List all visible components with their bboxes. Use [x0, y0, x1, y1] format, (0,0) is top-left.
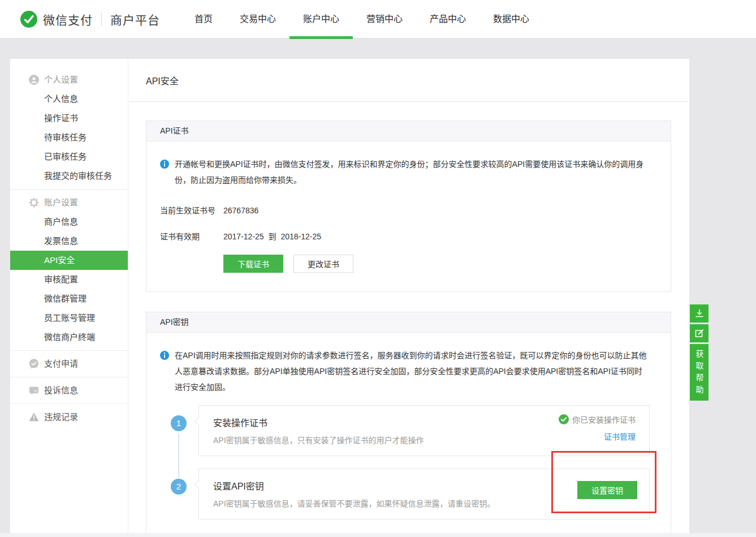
download-icon [695, 309, 704, 318]
float-edit-button[interactable] [690, 324, 709, 342]
certificate-validity-row: 证书有效期 2017-12-25 到 2018-12-25 [160, 231, 648, 242]
sidebar-header-account-settings: 账户设置 [10, 193, 128, 212]
warning-icon [29, 412, 39, 422]
step-1-status: 你已安装操作证书 [559, 414, 636, 425]
brand-name: 微信支付 [43, 11, 93, 28]
api-certificate-panel-header: API证书 [146, 121, 671, 141]
sidebar-item-operation-cert[interactable]: 操作证书 [10, 109, 128, 128]
sidebar-item-invoice-info[interactable]: 发票信息 [10, 231, 128, 251]
api-certificate-panel: API证书 开通帐号和更换API证书时，由微信支付签发，用来标识和界定你的身份；… [146, 121, 671, 292]
certificate-info-text: 开通帐号和更换API证书时，由微信支付签发，用来标识和界定你的身份；部分安全性要… [175, 156, 648, 188]
gear-icon [29, 197, 39, 208]
sidebar: 个人设置 个人信息 操作证书 待审核任务 已审核任务 我提交的审核任务 [10, 59, 128, 533]
sidebar-item-merchant-info[interactable]: 商户信息 [10, 212, 128, 231]
sidebar-item-wechat-group-mgmt[interactable]: 微信群管理 [10, 289, 128, 308]
sidebar-group-personal: 个人设置 个人信息 操作证书 待审核任务 已审核任务 我提交的审核任务 [10, 59, 128, 186]
certificate-no-label: 当前生效证书号 [160, 205, 223, 216]
change-certificate-button[interactable]: 更改证书 [293, 255, 353, 273]
page-title-text: API安全 [146, 74, 179, 87]
sidebar-link-label: 违规记录 [44, 412, 78, 422]
api-certificate-title: API证书 [160, 126, 189, 135]
certificate-buttons-row: 下载证书 更改证书 [223, 255, 648, 273]
wechat-pay-logo-icon [20, 11, 37, 28]
float-download-button[interactable] [690, 304, 709, 323]
sidebar-item-review-config[interactable]: 审核配置 [10, 270, 128, 289]
sidebar-item-pending-review[interactable]: 待审核任务 [10, 128, 128, 147]
sidebar-header-personal-settings: 个人设置 [10, 70, 128, 89]
step-1-status-text: 你已安装操作证书 [572, 414, 636, 425]
info-icon [160, 160, 169, 169]
api-key-info-text: 在API调用时用来按照指定规则对你的请求参数进行签名，服务器收到你的请求时会进行… [175, 347, 648, 395]
api-certificate-body: 开通帐号和更换API证书时，由微信支付签发，用来标识和界定你的身份；部分安全性要… [146, 141, 671, 273]
step-install-cert-box: 安装操作证书 API密钥属于敏感信息，只有安装了操作证书的用户才能操作 你已安装… [198, 405, 650, 456]
logo-separator [101, 12, 102, 26]
step-1-desc: API密钥属于敏感信息，只有安装了操作证书的用户才能操作 [213, 434, 649, 445]
product-name: 商户平台 [110, 11, 160, 28]
sidebar-group-account: 账户设置 商户信息 发票信息 API安全 审核配置 微信群管理 员工账号管理 微… [10, 190, 128, 347]
api-key-panel-header: API密钥 [146, 312, 671, 333]
sidebar-item-api-security[interactable]: API安全 [10, 251, 128, 270]
api-key-steps: 1 2 安装操作证书 API密钥属于敏感信息，只有安装了操作证书的用户才能操作 … [160, 405, 648, 533]
user-icon [29, 75, 39, 85]
download-certificate-button[interactable]: 下载证书 [223, 255, 283, 273]
step-2-badge: 2 [171, 479, 187, 495]
success-check-icon [559, 414, 569, 424]
api-key-info-row: 在API调用时用来按照指定规则对你的请求参数进行签名，服务器收到你的请求时会进行… [160, 347, 648, 395]
nav-data-center[interactable]: 数据中心 [479, 0, 543, 38]
info-icon [160, 351, 169, 360]
step-2-desc: API密钥属于敏感信息，请妥善保管不要泄露，如果怀疑信息泄露，请重设密钥。 [213, 497, 649, 509]
logo: 微信支付 商户平台 [20, 0, 160, 38]
bottom-strip [0, 533, 756, 537]
sidebar-item-violation-records[interactable]: 违规记录 [10, 404, 128, 430]
sidebar-item-personal-info[interactable]: 个人信息 [10, 89, 128, 109]
step-1-badge: 1 [171, 415, 187, 431]
floating-toolbar: 获取帮助 [690, 304, 709, 402]
set-api-key-button[interactable]: 设置密钥 [577, 481, 637, 499]
validity-label: 证书有效期 [160, 231, 223, 242]
sidebar-header-label: 个人设置 [44, 75, 78, 84]
sidebar-link-label: 支付申请 [44, 359, 78, 368]
sidebar-item-my-submitted-review[interactable]: 我提交的审核任务 [10, 166, 128, 186]
valid-from-date: 2017-12-25 [223, 232, 264, 241]
validity-dates: 2017-12-25 到 2018-12-25 [223, 231, 323, 242]
certificate-management-link[interactable]: 证书管理 [604, 431, 636, 442]
certificate-info-row: 开通帐号和更换API证书时，由微信支付签发，用来标识和界定你的身份；部分安全性要… [160, 156, 648, 188]
page: 微信支付 商户平台 首页 交易中心 账户中心 营销中心 产品中心 数据中心 [0, 0, 756, 537]
main-nav: 首页 交易中心 账户中心 营销中心 产品中心 数据中心 [181, 0, 543, 38]
sidebar-item-wechat-merchant-terminal[interactable]: 微信商户终端 [10, 328, 128, 347]
get-help-button[interactable]: 获取帮助 [690, 344, 709, 401]
sidebar-item-staff-account-mgmt[interactable]: 员工账号管理 [10, 308, 128, 328]
chat-check-icon [29, 359, 39, 369]
step-connector-line [178, 433, 179, 478]
sidebar-header-label: 账户设置 [44, 197, 78, 207]
to-word: 到 [269, 232, 277, 241]
nav-transaction-center[interactable]: 交易中心 [226, 0, 290, 38]
valid-to-date: 2018-12-25 [280, 232, 321, 241]
page-title: API安全 [129, 59, 689, 102]
nav-account-center[interactable]: 账户中心 [290, 0, 353, 38]
sidebar-item-payment-application[interactable]: 支付申请 [10, 351, 128, 377]
sidebar-item-reviewed[interactable]: 已审核任务 [10, 147, 128, 166]
step-set-api-key-box: 设置API密钥 API密钥属于敏感信息，请妥善保管不要泄露，如果怀疑信息泄露，请… [198, 469, 650, 519]
chat-bubble-icon [29, 385, 39, 396]
content-wrapper: 个人设置 个人信息 操作证书 待审核任务 已审核任务 我提交的审核任务 [10, 59, 689, 533]
edit-icon [695, 329, 704, 338]
nav-product-center[interactable]: 产品中心 [416, 0, 479, 38]
current-certificate-row: 当前生效证书号 26767836 [160, 205, 648, 216]
sidebar-item-complaint-info[interactable]: 投诉信息 [10, 377, 128, 403]
main-content: API安全 API证书 开通帐号和更换API证书时，由微信支付签发，用来标识和界… [129, 59, 689, 533]
api-key-title: API密钥 [160, 317, 189, 327]
api-key-body: 在API调用时用来按照指定规则对你的请求参数进行签名，服务器收到你的请求时会进行… [146, 333, 671, 533]
certificate-no-value: 26767836 [223, 205, 258, 216]
nav-home[interactable]: 首页 [181, 0, 226, 38]
sidebar-link-label: 投诉信息 [44, 385, 78, 395]
nav-marketing-center[interactable]: 营销中心 [353, 0, 416, 38]
top-header: 微信支付 商户平台 首页 交易中心 账户中心 营销中心 产品中心 数据中心 [0, 0, 756, 38]
api-key-panel: API密钥 在API调用时用来按照指定规则对你的请求参数进行签名，服务器收到你的… [146, 312, 671, 533]
